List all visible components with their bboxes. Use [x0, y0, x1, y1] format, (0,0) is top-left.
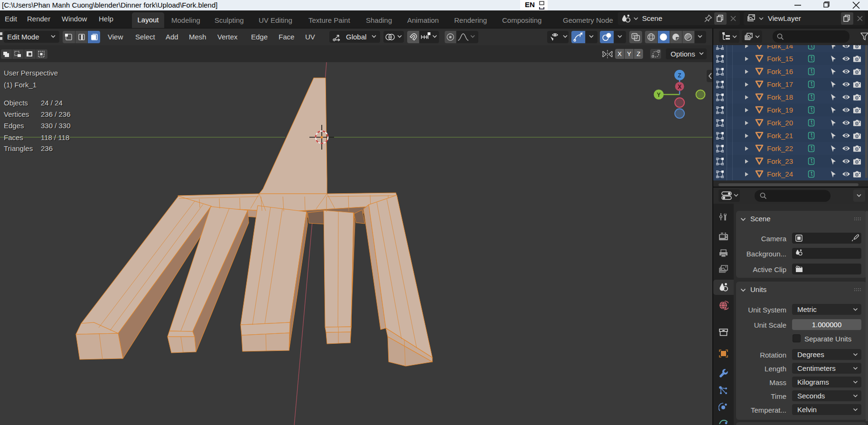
svg-text:Z: Z: [678, 72, 681, 79]
svg-text:Y: Y: [657, 92, 661, 98]
svg-text:X: X: [678, 84, 681, 90]
